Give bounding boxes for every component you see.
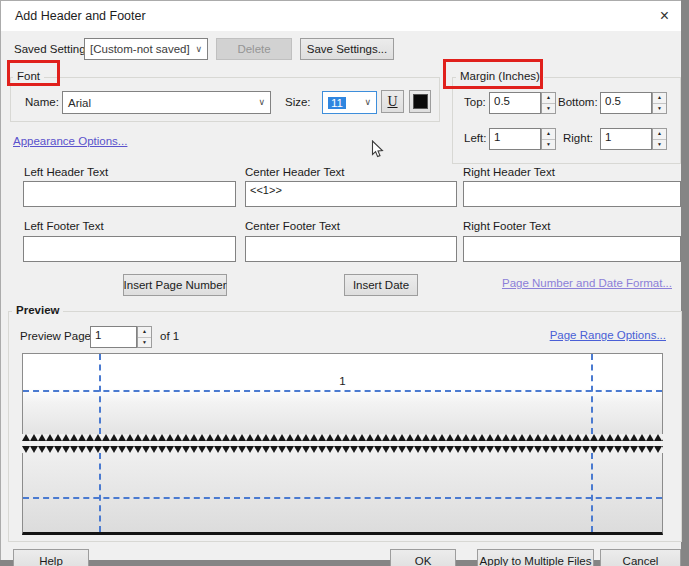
left-margin-guide: [99, 453, 101, 532]
spinner-up-icon[interactable]: ▲: [653, 93, 666, 104]
insert-date-button[interactable]: Insert Date: [344, 274, 418, 296]
right-footer-field[interactable]: [463, 236, 681, 262]
spinner-down-icon[interactable]: ▼: [138, 338, 151, 348]
torn-edge-bottom: [22, 446, 663, 453]
spinner-down-icon[interactable]: ▼: [653, 104, 666, 114]
right-header-field[interactable]: [463, 181, 681, 207]
right-header-label: Right Header Text: [463, 166, 555, 178]
ok-button[interactable]: OK: [390, 549, 456, 566]
margin-top-spinner[interactable]: ▲ ▼: [541, 92, 556, 114]
font-color-button[interactable]: [409, 90, 431, 113]
preview-page-number: 1: [23, 375, 662, 387]
margin-left-spinner[interactable]: ▲ ▼: [541, 128, 556, 150]
help-button[interactable]: Help: [13, 549, 89, 566]
dialog-title: Add Header and Footer: [15, 1, 146, 31]
page-number-date-format-link[interactable]: Page Number and Date Format...: [502, 277, 672, 289]
preview-page-field[interactable]: 1: [90, 326, 137, 348]
insert-page-number-button[interactable]: Insert Page Number: [123, 274, 227, 296]
preview-header-strip: 1: [22, 353, 663, 434]
spinner-up-icon[interactable]: ▲: [653, 129, 666, 140]
font-size-label: Size:: [285, 96, 311, 108]
preview-page-count-label: of 1: [160, 330, 179, 342]
margin-bottom-spinner[interactable]: ▲ ▼: [652, 92, 667, 114]
saved-settings-select[interactable]: [Custom-not saved] ∨: [84, 38, 208, 60]
saved-settings-value: [Custom-not saved]: [90, 43, 190, 55]
left-header-field[interactable]: [23, 181, 236, 207]
font-size-select[interactable]: 11 ∨: [322, 91, 377, 114]
left-footer-field[interactable]: [23, 236, 236, 262]
torn-edge-top: [22, 434, 663, 441]
left-header-label: Left Header Text: [24, 166, 108, 178]
delete-button[interactable]: Delete: [216, 38, 292, 60]
margin-left-label: Left:: [464, 132, 486, 144]
chevron-down-icon: ∨: [258, 98, 270, 107]
margin-top-field[interactable]: 0.5: [489, 92, 541, 114]
page-range-options-link[interactable]: Page Range Options...: [550, 329, 666, 341]
spinner-down-icon[interactable]: ▼: [542, 104, 555, 114]
apply-to-multiple-files-button[interactable]: Apply to Multiple Files: [477, 549, 594, 566]
left-footer-label: Left Footer Text: [24, 220, 104, 232]
font-name-label: Name:: [25, 96, 59, 108]
right-footer-label: Right Footer Text: [463, 220, 550, 232]
font-name-value: Arial: [68, 97, 91, 109]
margin-top-label: Top:: [464, 96, 486, 108]
saved-settings-label: Saved Settings:: [14, 43, 95, 55]
center-header-label: Center Header Text: [245, 166, 345, 178]
preview-group-label: Preview: [12, 304, 63, 316]
left-margin-guide: [99, 354, 101, 434]
center-footer-field[interactable]: [245, 236, 457, 262]
margin-right-field[interactable]: 1: [600, 128, 652, 150]
footer-margin-guide: [23, 497, 662, 499]
font-size-value: 11: [328, 97, 346, 109]
dialog-titlebar: Add Header and Footer ×: [0, 0, 681, 31]
chevron-down-icon: ∨: [195, 45, 207, 54]
preview-footer-strip: [22, 453, 663, 535]
margin-group: [452, 77, 681, 164]
spinner-down-icon[interactable]: ▼: [542, 140, 555, 150]
right-margin-guide: [591, 354, 593, 434]
right-margin-guide: [591, 453, 593, 532]
margin-bottom-label: Bottom:: [558, 96, 598, 108]
close-icon[interactable]: ×: [660, 1, 669, 31]
spinner-up-icon[interactable]: ▲: [138, 327, 151, 338]
margin-right-label: Right:: [563, 132, 593, 144]
margin-group-label: Margin (Inches): [456, 70, 544, 82]
spinner-up-icon[interactable]: ▲: [542, 93, 555, 104]
save-settings-button[interactable]: Save Settings...: [300, 38, 394, 60]
center-header-field[interactable]: <<1>>: [245, 181, 457, 207]
font-name-select[interactable]: Arial ∨: [62, 91, 271, 114]
margin-left-field[interactable]: 1: [489, 128, 541, 150]
spinner-up-icon[interactable]: ▲: [542, 129, 555, 140]
preview-page-spinner[interactable]: ▲ ▼: [137, 326, 152, 348]
screen: Add Header and Footer × Saved Settings: …: [0, 0, 689, 566]
underline-button[interactable]: U: [381, 90, 404, 113]
preview-page-label: Preview Page: [20, 330, 91, 342]
spinner-down-icon[interactable]: ▼: [653, 140, 666, 150]
color-swatch-icon: [413, 94, 428, 109]
center-footer-label: Center Footer Text: [245, 220, 340, 232]
margin-bottom-field[interactable]: 0.5: [600, 92, 652, 114]
font-group-label: Font: [13, 70, 44, 82]
appearance-options-link[interactable]: Appearance Options...: [13, 135, 127, 147]
cancel-button[interactable]: Cancel: [600, 549, 681, 566]
header-margin-guide: [23, 390, 662, 392]
margin-right-spinner[interactable]: ▲ ▼: [652, 128, 667, 150]
chevron-down-icon: ∨: [364, 98, 376, 107]
